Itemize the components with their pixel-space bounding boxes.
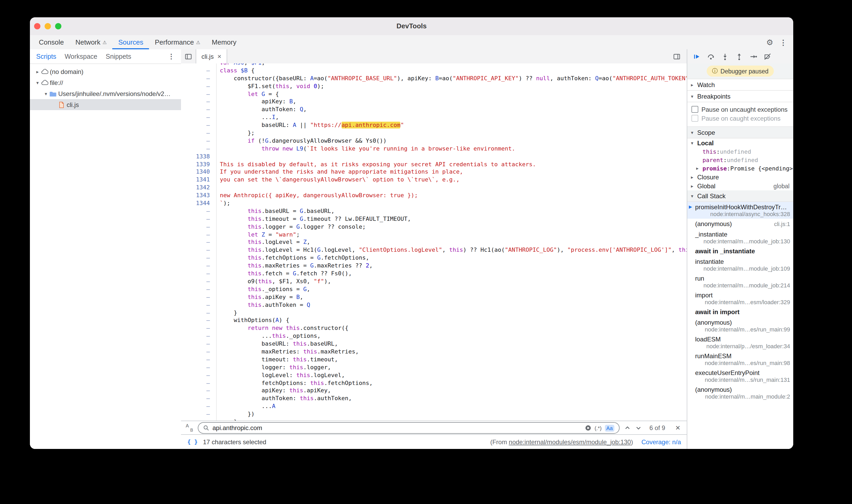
line-number[interactable]: – [181, 278, 217, 286]
checkbox-pause-on-uncaught-exceptions[interactable] [691, 106, 698, 113]
callstack-section-header[interactable]: ▾ Call Stack [687, 191, 793, 202]
coverage-link[interactable]: Coverage: n/a [641, 438, 681, 446]
callstack-frame-loadesm[interactable]: loadESMnode:internal/p…/esm_loader:34 [687, 334, 793, 351]
scope-variable-this[interactable]: this: undefined [687, 147, 793, 156]
zoom-window-button[interactable] [55, 23, 61, 29]
line-number[interactable]: – [181, 395, 217, 403]
frame-location[interactable]: node:internal/m…esm/loader:329 [705, 299, 790, 305]
line-number[interactable]: – [181, 255, 217, 263]
line-number[interactable]: – [181, 145, 217, 153]
previous-match-icon[interactable] [624, 425, 631, 431]
step-over-button[interactable] [707, 53, 714, 60]
line-number[interactable]: – [181, 293, 217, 301]
tree-item-no-domain[interactable]: ▸(no domain) [30, 66, 181, 77]
line-number[interactable]: – [181, 411, 217, 418]
scope-group-local[interactable]: ▾Local [687, 139, 793, 147]
line-number[interactable]: – [181, 239, 217, 247]
line-number[interactable]: – [181, 247, 217, 255]
minimize-window-button[interactable] [45, 23, 51, 29]
line-number[interactable]: – [181, 372, 217, 379]
tree-item-file[interactable]: ▾file:// [30, 77, 181, 88]
tree-item-cli-js[interactable]: cli.js [30, 99, 181, 110]
tab-network[interactable]: Network⚠ [70, 35, 112, 49]
tab-performance[interactable]: Performance⚠ [149, 35, 206, 49]
frame-location[interactable]: node:internal/m…module_job:109 [704, 265, 790, 272]
callstack-frame-promiseinithookwithdestroytr[interactable]: ▶promiseInitHookWithDestroyTr…node:inter… [687, 202, 793, 219]
line-number[interactable]: – [181, 325, 217, 333]
line-number[interactable]: 1338 [181, 153, 217, 161]
more-options-icon[interactable]: ⋮ [780, 38, 787, 47]
line-number[interactable]: – [181, 379, 217, 387]
line-number[interactable]: – [181, 317, 217, 325]
navigator-tab-workspace[interactable]: Workspace [60, 53, 102, 60]
callstack-frame-instantiate[interactable]: instantiatenode:internal/m…module_job:10… [687, 256, 793, 273]
frame-location[interactable]: node:internal/m…module_job:214 [704, 282, 790, 288]
hide-navigator-icon[interactable] [181, 49, 196, 64]
callstack-frame-instantiate[interactable]: _instantiatenode:internal/m…module_job:1… [687, 229, 793, 246]
line-number[interactable]: – [181, 216, 217, 223]
frame-location[interactable]: node:internal/async_hooks:328 [710, 211, 790, 217]
source-origin-link[interactable]: node:internal/modules/esm/module_job:130 [509, 438, 631, 446]
code-editor[interactable]: –var Xs0, $F1;–class $B {– constructor({… [181, 64, 687, 421]
line-number[interactable]: – [181, 387, 217, 395]
deactivate-breakpoints-button[interactable] [764, 53, 771, 60]
search-input[interactable]: api.anthropic.com (.*) Aa [198, 422, 620, 434]
line-number[interactable]: – [181, 75, 217, 83]
navigator-tab-snippets[interactable]: Snippets [102, 53, 135, 60]
frame-location[interactable]: node:internal/m…main_module:2 [705, 393, 790, 400]
line-number[interactable]: – [181, 114, 217, 122]
navigator-tab-scripts[interactable]: Scripts [32, 53, 60, 60]
line-number[interactable]: – [181, 223, 217, 231]
scope-variable-parent[interactable]: parent: undefined [687, 156, 793, 164]
step-button[interactable] [750, 53, 757, 60]
line-number[interactable]: – [181, 98, 217, 106]
line-number[interactable]: 1342 [181, 184, 217, 192]
line-number[interactable]: – [181, 270, 217, 278]
tree-item-users-jinhuilee-nvm-versions-node-v2[interactable]: ▾Users/jinhuilee/.nvm/versions/node/v2… [30, 88, 181, 99]
clear-search-icon[interactable] [585, 425, 591, 431]
line-number[interactable]: – [181, 83, 217, 90]
line-number[interactable]: – [181, 348, 217, 356]
frame-location[interactable]: node:internal/m…module_job:130 [704, 238, 790, 245]
navigator-more-icon[interactable]: ⋮ [168, 52, 179, 60]
line-number[interactable]: 1339 [181, 161, 217, 168]
line-number[interactable]: – [181, 364, 217, 372]
close-tab-icon[interactable]: × [217, 52, 221, 60]
checkbox-pause-on-caught-exceptions[interactable] [691, 115, 698, 122]
line-number[interactable]: – [181, 262, 217, 270]
line-number[interactable]: 1340 [181, 168, 217, 177]
tab-memory[interactable]: Memory [206, 35, 242, 49]
breakpoints-section-header[interactable]: ▾ Breakpoints [687, 91, 793, 102]
line-number[interactable]: – [181, 129, 217, 138]
callstack-frame-anonymous[interactable]: (anonymous)node:internal/m…main_module:2 [687, 384, 793, 401]
callstack-frame-anonymous[interactable]: (anonymous)cli.js:1 [687, 219, 793, 229]
line-number[interactable]: – [181, 356, 217, 364]
line-number[interactable]: 1344 [181, 200, 217, 208]
scope-variable-promise[interactable]: ▸promise: Promise {<pending>} [687, 164, 793, 173]
scope-section-header[interactable]: ▾ Scope [687, 127, 793, 139]
line-number[interactable]: – [181, 67, 217, 75]
match-case-toggle-icon[interactable]: Aa [605, 425, 614, 431]
line-number[interactable]: – [181, 332, 217, 340]
scope-group-global[interactable]: ▸Globalglobal [687, 181, 793, 191]
chevron-down-icon[interactable]: ▾ [34, 80, 41, 85]
frame-location[interactable]: node:internal/m…es/run_main:98 [705, 360, 790, 366]
chevron-right-icon[interactable]: ▸ [34, 69, 41, 74]
resume-button[interactable] [693, 53, 700, 60]
callstack-frame-run[interactable]: runnode:internal/m…module_job:214 [687, 273, 793, 290]
frame-location[interactable]: node:internal/p…/esm_loader:34 [706, 343, 790, 349]
line-number[interactable]: – [181, 106, 217, 114]
step-out-button[interactable] [735, 53, 743, 60]
chevron-down-icon[interactable]: ▾ [42, 91, 49, 96]
line-number[interactable]: 1343 [181, 192, 217, 200]
file-tab-clijs[interactable]: cli.js × [196, 49, 227, 64]
callstack-frame-anonymous[interactable]: (anonymous)node:internal/m…es/run_main:9… [687, 317, 793, 334]
line-number[interactable]: – [181, 286, 217, 294]
line-number[interactable]: – [181, 122, 217, 129]
line-number[interactable]: – [181, 231, 217, 239]
line-number[interactable]: 1341 [181, 177, 217, 184]
callstack-frame-import[interactable]: importnode:internal/m…esm/loader:329 [687, 290, 793, 307]
line-number[interactable]: – [181, 138, 217, 145]
replace-toggle-icon[interactable]: A B [186, 424, 193, 432]
line-number[interactable]: – [181, 64, 217, 67]
